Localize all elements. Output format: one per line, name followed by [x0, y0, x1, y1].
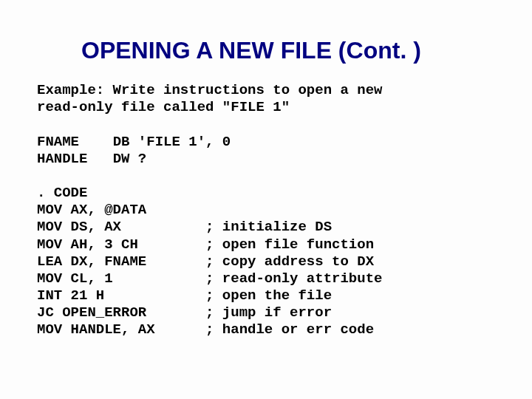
def-op: DB 'FILE 1', 0 — [113, 134, 231, 150]
code-line: INT 21 H ; open the file — [37, 287, 495, 304]
example-description: Example: Write instructions to open a ne… — [37, 82, 495, 116]
code-line: MOV DS, AX ; initialize DS — [37, 219, 495, 236]
definition-line: FNAME DB 'FILE 1', 0 — [37, 134, 495, 151]
def-op: DW ? — [113, 151, 147, 167]
def-label: HANDLE — [37, 151, 87, 167]
code-line: MOV HANDLE, AX ; handle or err code — [37, 321, 495, 338]
slide: OPENING A NEW FILE (Cont. ) Example: Wri… — [0, 0, 532, 399]
code-line: LEA DX, FNAME ; copy address to DX — [37, 253, 495, 270]
code-line: MOV AH, 3 CH ; open file function — [37, 236, 495, 253]
def-label: FNAME — [37, 134, 79, 150]
blank-line-2 — [37, 168, 495, 185]
code-listing: . CODEMOV AX, @DATAMOV DS, AX ; initiali… — [37, 185, 495, 339]
code-line: . CODE — [37, 185, 495, 202]
code-line: MOV AX, @DATA — [37, 202, 495, 219]
definition-line: HANDLE DW ? — [37, 151, 495, 168]
slide-title: OPENING A NEW FILE (Cont. ) — [81, 37, 495, 64]
blank-line-1 — [37, 116, 495, 133]
code-line: JC OPEN_ERROR ; jump if error — [37, 304, 495, 321]
code-line: MOV CL, 1 ; read-only attribute — [37, 270, 495, 287]
